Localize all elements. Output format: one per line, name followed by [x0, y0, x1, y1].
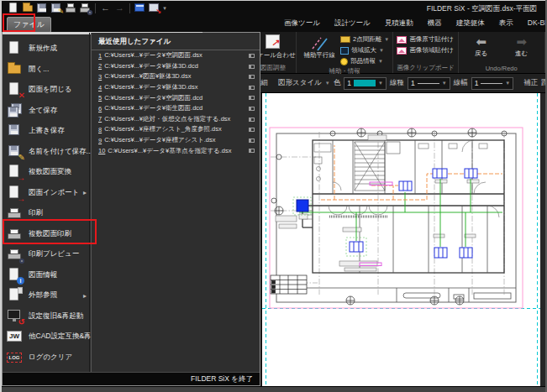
aux-parallel-button[interactable]: 補助平行線: [300, 33, 339, 60]
color-swatch: [354, 80, 376, 86]
jw-cad-icon: JW: [7, 328, 24, 345]
print-icon[interactable]: [65, 2, 77, 14]
toolbar-options-icon[interactable]: ▾: [161, 5, 168, 12]
open-icon[interactable]: [22, 2, 34, 14]
menu-item-batch-convert[interactable]: → 複数図面変換: [3, 162, 89, 183]
redo-button[interactable]: ➡ 進む: [502, 33, 541, 58]
batch-convert-icon: →: [7, 164, 24, 180]
menu-item-print[interactable]: 印刷: [3, 203, 89, 224]
recent-file-item[interactable]: 4 C:¥Users¥...¥データ¥躯体3D.dsx: [92, 82, 260, 93]
new-file-icon: [7, 40, 24, 57]
save-as-icon: ✎: [7, 144, 24, 160]
menu-item-save-all[interactable]: 全て保存: [3, 101, 89, 122]
tab-dk-bim[interactable]: DK-BIM連携: [528, 18, 547, 29]
save-icon: [7, 123, 24, 139]
pin-icon[interactable]: [249, 96, 255, 100]
submenu-arrow-icon: ▸: [83, 292, 87, 300]
paste-region-button[interactable]: 画像領域貼付け: [397, 45, 454, 55]
undo-arrow-icon: ⬅: [476, 34, 487, 50]
menu-item-save-as[interactable]: ✎ 名前を付けて保存...: [3, 142, 89, 163]
tab-view[interactable]: 表示: [499, 18, 513, 29]
menu-item-close-drawing[interactable]: ✕ 図面を閉じる: [3, 80, 89, 101]
menu-item-print-preview[interactable]: 印刷プレビュー: [3, 244, 89, 265]
window-switch-icon[interactable]: [134, 2, 146, 14]
pin-icon[interactable]: [249, 65, 255, 69]
pin-icon[interactable]: [249, 149, 255, 153]
drawing-info-icon: i: [7, 267, 24, 284]
print-preview-icon[interactable]: [79, 2, 92, 14]
shape-style-dropdown[interactable]: 図形スタイル: [278, 78, 322, 88]
menu-item-batch-print[interactable]: 複数図面印刷: [3, 224, 89, 245]
recent-file-item[interactable]: 10 C:¥Users¥...¥データ¥基準点を指定する.dsx: [92, 145, 260, 156]
part-info-button[interactable]: 部品情報 ▼: [340, 56, 389, 66]
forward-icon[interactable]: →: [113, 2, 126, 14]
undo-button[interactable]: ⬅ 戻る: [462, 33, 501, 58]
group-undo-redo: ⬅ 戻る ➡ 進む Undo/Redo: [459, 32, 545, 73]
save-all-icon: [7, 102, 24, 119]
menu-item-settings-restore[interactable]: ↺ 設定復旧&再起動: [3, 306, 89, 327]
pin-icon[interactable]: [249, 107, 255, 111]
color-dropdown[interactable]: 1 ▼: [344, 77, 387, 90]
menu-item-import[interactable]: → 図面インポート ▸: [3, 183, 89, 204]
menu-item-log-clear[interactable]: LOG ログのクリア: [3, 348, 89, 368]
tab-design-tools[interactable]: 設計ツール: [334, 18, 371, 29]
application-window: ✎ ← → ↘ ▾ FILDER SiX - 空調図面.dsx-平面図 ファイル…: [0, 0, 547, 392]
pin-icon[interactable]: [249, 86, 255, 90]
area-zoom-button[interactable]: 領域拡大 ▼: [340, 45, 389, 55]
menu-item-new[interactable]: 新規作成: [3, 39, 89, 60]
area-zoom-icon: [340, 47, 349, 55]
save-as-icon[interactable]: ✎: [50, 2, 63, 14]
dropdown-caret-icon: ▼: [442, 81, 447, 86]
tab-estimate-link[interactable]: 見積連動: [385, 18, 413, 29]
recent-files-header: 最近使用したファイル: [92, 33, 260, 50]
dropdown-caret-icon: ▼: [378, 81, 383, 86]
parallel-lines-icon: [310, 34, 329, 51]
paste-original-button[interactable]: 画像原寸貼付け: [397, 34, 454, 44]
pin-icon[interactable]: [249, 118, 255, 122]
import-icon: →: [7, 185, 24, 201]
window-border: [0, 0, 547, 1]
menu-item-cad-compat-restart[interactable]: JW 他CAD設定互換&再起動: [3, 327, 89, 348]
pin-icon[interactable]: [249, 54, 255, 58]
tab-building-frame[interactable]: 建築躯体: [456, 18, 485, 29]
pin-icon[interactable]: [249, 75, 255, 79]
outdoor-unit: [297, 200, 308, 212]
paste-image-icon: [397, 47, 407, 55]
recent-file-item[interactable]: 3 C:¥Users¥...¥図面¥躯体3D.dsx: [92, 71, 260, 82]
recent-file-item[interactable]: 2 C:¥Users¥...¥データ¥躯体3D.dcd: [92, 61, 260, 72]
menu-item-save[interactable]: 上書き保存: [3, 121, 89, 142]
line-width-dropdown[interactable]: 1 ▼: [471, 77, 514, 90]
file-menu-button[interactable]: ファイル: [7, 17, 51, 33]
line-type-label: 線種: [390, 78, 404, 88]
recent-file-item[interactable]: 8 C:¥Users¥...¥座標アシスト_角度参照.dsx: [92, 124, 260, 135]
recent-file-item[interactable]: 1 C:¥Users¥...¥データ¥空調図面.dsx: [92, 50, 260, 61]
ribbon-tab-row: ファイル 画像ツール 設計ツール 見積連動 機器 建築躯体 表示 DK-BIM連…: [2, 15, 545, 32]
line-sample: [418, 83, 439, 84]
tab-image-tools[interactable]: 画像ツール: [284, 18, 320, 29]
color-label: 色: [334, 78, 341, 88]
two-point-distance-button[interactable]: 2点間距離 ▼: [340, 34, 389, 44]
window-status-bar: [0, 386, 547, 392]
save-icon[interactable]: [36, 2, 49, 14]
back-icon[interactable]: ←: [99, 2, 112, 14]
menu-item-open[interactable]: 開く...: [3, 60, 89, 81]
drawing-canvas[interactable]: [262, 93, 540, 387]
exit-button[interactable]: FILDER SiX を終了: [3, 372, 260, 385]
pin-icon[interactable]: [249, 139, 255, 143]
window-title: FILDER SiX - 空調図面.dsx-平面図: [427, 4, 537, 14]
line-width-label: 線幅: [454, 78, 468, 88]
new-file-icon[interactable]: [8, 2, 20, 14]
recent-file-item[interactable]: 7 C:¥Users¥...¥絶対・仮想交点を指定する.dsx: [92, 114, 260, 125]
recent-file-item[interactable]: 6 C:¥Users¥...¥データ¥衛生図面.dcd: [92, 103, 260, 114]
settings-restore-icon: ↺: [7, 308, 24, 325]
screen-capture-icon[interactable]: ↘: [148, 2, 160, 14]
recent-file-item[interactable]: 9 C:¥Users¥...¥データ¥座標アシスト.dsx: [92, 135, 260, 146]
menu-item-external-reference[interactable]: 外部参照 ▸: [3, 285, 89, 306]
tab-equipment[interactable]: 機器: [428, 18, 442, 29]
pin-icon[interactable]: [249, 128, 255, 132]
recent-file-item[interactable]: 5 C:¥Users¥...¥データ¥空調図面.dcd: [92, 92, 260, 103]
menu-item-drawing-info[interactable]: i 図面情報: [3, 265, 89, 286]
scale-fit-icon: [264, 34, 282, 51]
line-type-dropdown[interactable]: 1 ▼: [408, 77, 450, 90]
correction-toggle[interactable]: 補正: [523, 78, 538, 88]
